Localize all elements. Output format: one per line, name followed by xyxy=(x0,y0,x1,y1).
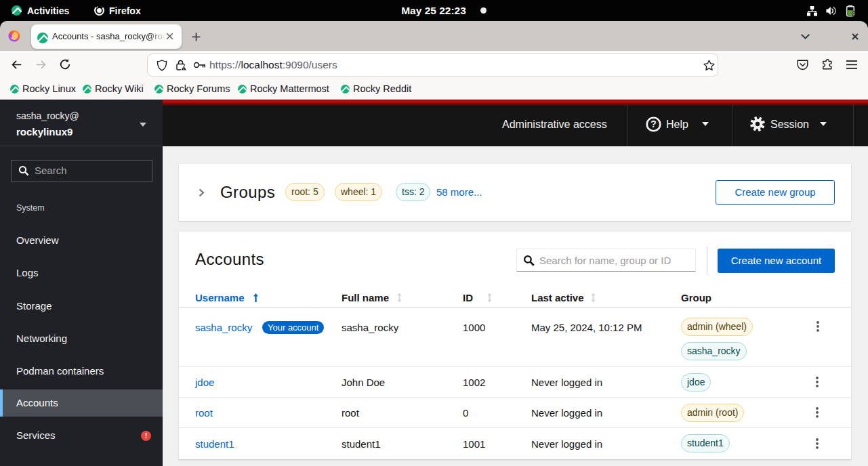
svg-text:?: ? xyxy=(650,119,657,129)
